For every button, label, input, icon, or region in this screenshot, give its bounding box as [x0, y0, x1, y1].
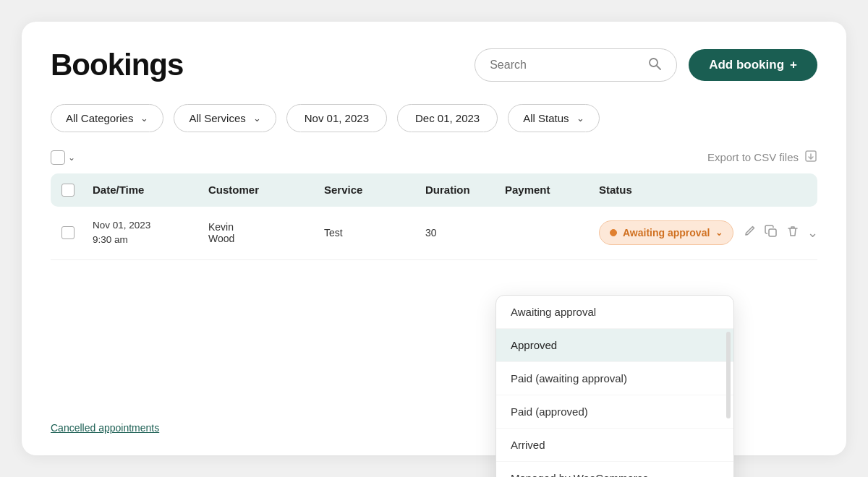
expand-icon[interactable]: ⌄ — [807, 225, 818, 241]
status-dropdown-trigger[interactable]: Awaiting approval ⌄ — [599, 220, 733, 245]
svg-line-1 — [657, 66, 660, 69]
row-duration: 30 — [418, 227, 498, 239]
header-right: Add booking + — [475, 48, 817, 82]
chevron-down-icon[interactable]: ⌄ — [68, 152, 75, 163]
export-icon — [804, 150, 817, 165]
row-service: Test — [317, 227, 418, 239]
row-datetime: Nov 01, 20239:30 am — [85, 218, 201, 248]
th-datetime: Date/Time — [85, 184, 201, 197]
row-actions: ⌄ — [742, 224, 825, 242]
chevron-down-icon: ⌄ — [576, 113, 584, 124]
th-service: Service — [317, 184, 418, 197]
chevron-down-icon: ⌄ — [140, 113, 148, 124]
select-all-checkbox[interactable] — [51, 150, 65, 165]
categories-label: All Categories — [66, 112, 133, 124]
services-label: All Services — [189, 112, 245, 124]
status-label: All Status — [523, 112, 569, 124]
date-from-label: Nov 01, 2023 — [305, 112, 369, 124]
search-icon — [647, 56, 662, 74]
status-dot — [610, 229, 617, 236]
status-option-arrived[interactable]: Arrived — [496, 429, 733, 462]
date-to-filter[interactable]: Dec 01, 2023 — [397, 104, 498, 132]
status-option-approved[interactable]: Approved — [496, 329, 733, 362]
services-filter[interactable]: All Services ⌄ — [174, 104, 276, 132]
chevron-down-icon: ⌄ — [715, 228, 723, 238]
status-dropdown-menu: Awaiting approval Approved Paid (awaitin… — [495, 295, 734, 477]
svg-point-0 — [650, 59, 658, 66]
date-to-label: Dec 01, 2023 — [415, 112, 480, 124]
status-option-paid-awaiting[interactable]: Paid (awaiting approval) — [496, 362, 733, 395]
export-label: Export to CSV files — [707, 151, 799, 163]
select-all-group: ⌄ — [51, 150, 75, 165]
cancelled-appointments-link[interactable]: Cancelled appointments — [51, 422, 159, 434]
th-checkbox — [51, 184, 85, 197]
categories-filter[interactable]: All Categories ⌄ — [51, 104, 163, 132]
delete-icon[interactable] — [786, 224, 800, 242]
page-title: Bookings — [51, 48, 183, 82]
th-customer: Customer — [201, 184, 317, 197]
th-status: Status — [592, 184, 817, 197]
row-checkbox — [51, 226, 85, 239]
add-booking-label: Add booking — [709, 58, 784, 72]
toolbar-row: ⌄ Export to CSV files — [51, 150, 817, 165]
copy-icon[interactable] — [764, 224, 778, 242]
header-checkbox[interactable] — [61, 184, 75, 197]
search-box[interactable] — [475, 48, 677, 82]
row-select-checkbox[interactable] — [61, 226, 75, 239]
filters-row: All Categories ⌄ All Services ⌄ Nov 01, … — [51, 104, 817, 132]
date-from-filter[interactable]: Nov 01, 2023 — [286, 104, 387, 132]
row-customer: KevinWood — [201, 221, 317, 244]
add-icon: + — [790, 58, 797, 72]
table-header: Date/Time Customer Service Duration Paym… — [51, 173, 817, 207]
th-payment: Payment — [498, 184, 592, 197]
status-option-awaiting-approval[interactable]: Awaiting approval — [496, 296, 733, 329]
edit-icon[interactable] — [742, 224, 757, 242]
status-filter[interactable]: All Status ⌄ — [508, 104, 599, 132]
svg-rect-3 — [769, 229, 776, 236]
search-input[interactable] — [490, 59, 642, 72]
table-row: Nov 01, 20239:30 am KevinWood Test 30 Aw… — [51, 207, 817, 260]
status-current-label: Awaiting approval — [623, 227, 710, 239]
chevron-down-icon: ⌄ — [253, 113, 261, 124]
status-option-woocommerce[interactable]: Managed by WooCommerce — [496, 462, 733, 477]
dropdown-scrollbar — [726, 332, 731, 418]
main-card: Bookings Add booking + All Categories ⌄ — [22, 22, 846, 455]
export-csv-button[interactable]: Export to CSV files — [707, 150, 817, 165]
add-booking-button[interactable]: Add booking + — [689, 49, 817, 81]
th-duration: Duration — [418, 184, 498, 197]
page-header: Bookings Add booking + — [51, 48, 817, 82]
status-option-paid-approved[interactable]: Paid (approved) — [496, 395, 733, 429]
row-status-cell: Awaiting approval ⌄ — [592, 220, 833, 245]
